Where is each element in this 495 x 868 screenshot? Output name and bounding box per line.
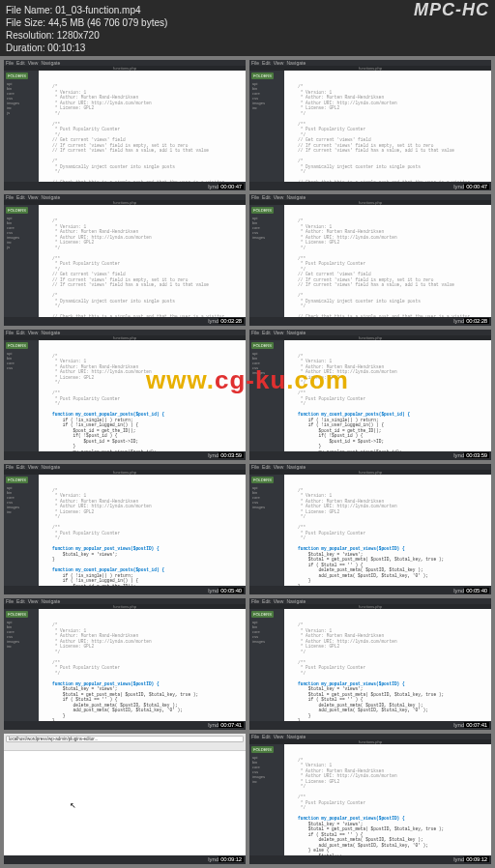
- thumbnail-tile[interactable]: FileEditViewNavigate functions.php FOLDE…: [4, 598, 246, 729]
- editor-sidebar: FOLDERS api bin core css images inc: [249, 744, 284, 864]
- timestamp-badge: 00:05:40: [218, 588, 244, 593]
- tile-footer: lynd00:09:12: [4, 855, 246, 864]
- timestamp-badge: 00:07:41: [464, 722, 489, 728]
- editor-sidebar: FOLDERS api bin core css images inc: [4, 475, 39, 594]
- timestamp-badge: 00:09:12: [464, 856, 489, 862]
- code-editor: /* * Version: 1 * Author: Morten Rand-He…: [39, 609, 246, 729]
- tile-footer: lynd00:02:28: [249, 317, 491, 326]
- timestamp-badge: 00:02:28: [218, 318, 244, 324]
- file-name: 01_03-function.mp4: [55, 5, 140, 15]
- code-editor: /* * Version: 1 * Author: Morten Rand-He…: [284, 744, 491, 864]
- resolution: 1280x720: [57, 30, 100, 41]
- timestamp-badge: 00:09:12: [218, 856, 244, 862]
- code-editor: /* * Version: 1 * Author: Morten Rand-He…: [39, 340, 246, 460]
- timestamp-badge: 00:07:41: [218, 722, 244, 728]
- thumbnail-grid: FileEditViewNavigate functions.php FOLDE…: [0, 56, 495, 868]
- timestamp-badge: 00:05:40: [464, 588, 489, 593]
- thumbnail-tile[interactable]: FileEditViewNavigate functions.php FOLDE…: [249, 60, 491, 190]
- code-editor: /* * Version: 1 * Author: Morten Rand-He…: [39, 475, 246, 594]
- duration: 00:10:13: [47, 43, 85, 53]
- metadata-header: File Name: 01_03-function.mp4 File Size:…: [0, 0, 495, 56]
- editor-sidebar: FOLDERS api bin core css images inc: [249, 71, 284, 190]
- tile-footer: lynd00:05:40: [249, 586, 491, 594]
- editor-sidebar: FOLDERS api bin core css images inc js: [4, 71, 39, 190]
- tile-footer: lynd00:09:12: [249, 855, 491, 864]
- thumbnail-tile[interactable]: FileEditViewNavigate functions.php FOLDE…: [249, 734, 491, 864]
- code-editor: /* * Version: 1 * Author: Morten Rand-He…: [39, 71, 246, 190]
- tile-footer: lynd00:05:40: [4, 586, 246, 594]
- thumbnail-tile[interactable]: FileEditViewNavigate functions.php FOLDE…: [4, 464, 246, 594]
- thumbnail-tile[interactable]: FileEditViewNavigate functions.php FOLDE…: [249, 330, 491, 460]
- code-editor: /* * Version: 1 * Author: Morten Rand-He…: [39, 205, 246, 325]
- timestamp-badge: 00:00:47: [464, 184, 489, 189]
- thumbnail-tile[interactable]: FileEditViewNavigate functions.php FOLDE…: [4, 330, 246, 460]
- editor-sidebar: FOLDERS api bin core css images inc: [4, 609, 39, 729]
- mouse-cursor-icon: ↖: [70, 801, 76, 810]
- address-bar[interactable]: localhost/wordpress/wp-admin/plugins-edi…: [6, 736, 244, 742]
- timestamp-badge: 00:03:59: [464, 452, 489, 458]
- editor-sidebar: FOLDERS api bin core css images: [249, 475, 284, 594]
- code-editor: /* * Version: 1 * Author: Morten Rand-He…: [284, 71, 491, 190]
- code-editor: /* * Version: 1 * Author: Morten Rand-He…: [284, 340, 491, 460]
- tile-footer: lynd00:03:59: [249, 451, 491, 460]
- thumbnail-tile[interactable]: FileEditViewNavigate functions.php FOLDE…: [4, 60, 246, 190]
- tile-footer: lynd00:07:41: [249, 721, 491, 730]
- tile-footer: lynd00:02:28: [4, 317, 246, 326]
- timestamp-badge: 00:03:59: [218, 452, 244, 458]
- mpc-hc-logo: MPC-HC: [414, 4, 489, 16]
- tile-footer: lynd00:00:47: [249, 182, 491, 190]
- thumbnail-tile[interactable]: FileEditViewNavigate functions.php FOLDE…: [249, 194, 491, 325]
- code-editor: /* * Version: 1 * Author: Morten Rand-He…: [284, 609, 491, 729]
- editor-sidebar: FOLDERS api bin core css images: [249, 340, 284, 460]
- browser-chrome: localhost/wordpress/wp-admin/plugins-edi…: [4, 734, 246, 751]
- editor-sidebar: FOLDERS api bin core css: [4, 340, 39, 460]
- editor-sidebar: FOLDERS api bin core css images: [249, 205, 284, 325]
- thumbnail-tile-browser[interactable]: localhost/wordpress/wp-admin/plugins-edi…: [4, 734, 246, 864]
- browser-viewport: ↖: [4, 751, 246, 864]
- thumbnail-tile[interactable]: FileEditViewNavigate functions.php FOLDE…: [4, 194, 246, 325]
- thumbnail-tile[interactable]: FileEditViewNavigate functions.php FOLDE…: [249, 464, 491, 594]
- tile-footer: lynd00:07:41: [4, 721, 246, 730]
- thumbnail-tile[interactable]: FileEditViewNavigate functions.php FOLDE…: [249, 598, 491, 729]
- file-size: 44,5 MB (46 706 079 bytes): [48, 17, 167, 28]
- editor-sidebar: FOLDERS api bin core css images inc js: [4, 205, 39, 325]
- code-editor: /* * Version: 1 * Author: Morten Rand-He…: [284, 475, 491, 594]
- tile-footer: lynd00:03:59: [4, 451, 246, 460]
- timestamp-badge: 00:02:28: [464, 318, 489, 324]
- tile-footer: lynd00:00:47: [4, 182, 246, 190]
- code-editor: /* * Version: 1 * Author: Morten Rand-He…: [284, 205, 491, 325]
- timestamp-badge: 00:00:47: [218, 184, 244, 189]
- editor-sidebar: FOLDERS api bin core css images: [249, 609, 284, 729]
